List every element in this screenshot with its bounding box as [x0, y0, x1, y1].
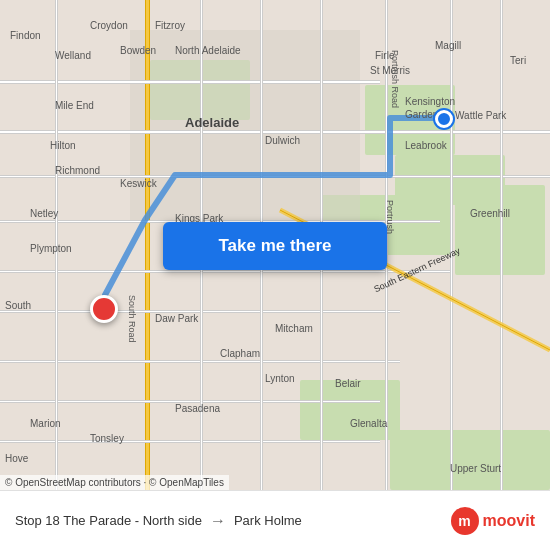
urban-adelaide [130, 30, 360, 220]
road-h3 [0, 175, 550, 178]
map-container: South Eastern Freeway Findon Croydon Fit… [0, 0, 550, 490]
origin-pin-circle [90, 295, 118, 323]
destination-marker [435, 110, 453, 128]
route-origin: Stop 18 The Parade - North side [15, 513, 202, 528]
route-arrow: → [210, 512, 226, 530]
route-info: Stop 18 The Parade - North side → Park H… [15, 512, 451, 530]
road-v7 [500, 0, 503, 490]
road-h2 [0, 130, 550, 134]
road-h5 [0, 270, 450, 273]
moovit-logo: m moovit [451, 507, 535, 535]
park-upper-sturt [390, 430, 550, 490]
route-destination: Park Holme [234, 513, 302, 528]
bottom-bar: Stop 18 The Parade - North side → Park H… [0, 490, 550, 550]
south-road-v [145, 0, 150, 490]
map-attribution: © OpenStreetMap contributors · © OpenMap… [0, 475, 229, 490]
moovit-icon: m [451, 507, 479, 535]
take-me-there-button[interactable]: Take me there [163, 222, 387, 270]
road-v6 [450, 0, 453, 490]
moovit-text: moovit [483, 512, 535, 530]
road-v1 [55, 0, 58, 490]
